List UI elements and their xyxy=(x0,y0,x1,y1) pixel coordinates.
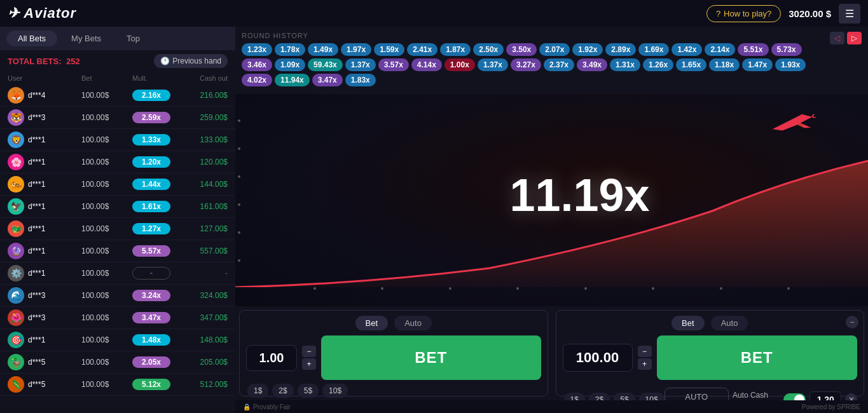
history-badge[interactable]: 3.49x xyxy=(577,58,607,71)
history-badge[interactable]: 1.59x xyxy=(374,43,404,56)
avatar: 🦎 xyxy=(8,376,24,393)
history-badge[interactable]: 1.37x xyxy=(478,58,508,71)
history-badge[interactable]: 1.83x xyxy=(345,74,376,86)
bet-tab-right-auto[interactable]: Auto xyxy=(711,316,748,330)
history-badge[interactable]: 3.50x xyxy=(506,43,537,56)
balance-display: 3020.00 $ xyxy=(789,8,831,19)
mult-badge: 1.33x xyxy=(132,134,170,146)
history-badge[interactable]: 3.57x xyxy=(378,58,409,71)
user-cell: 🦊 d***4 xyxy=(8,87,81,104)
tab-all-bets[interactable]: All Bets xyxy=(6,30,57,46)
section-close-button[interactable]: − xyxy=(846,316,858,328)
quick-5-left[interactable]: 5$ xyxy=(298,384,319,398)
bet-button-right[interactable]: BET xyxy=(657,335,858,380)
history-badge[interactable]: 4.02x xyxy=(242,74,272,86)
history-prev-button[interactable]: ◁ xyxy=(830,32,844,44)
cashout-cell: 133.00$ xyxy=(170,135,228,144)
history-badge[interactable]: 5.73x xyxy=(771,43,802,56)
avatar: 🌺 xyxy=(8,309,24,326)
quick-amounts-left: 1$ 2$ 5$ 10$ xyxy=(246,384,541,398)
stepper-minus-left[interactable]: − xyxy=(302,346,316,357)
game-area: 11.19x xyxy=(235,94,868,306)
table-row: 🔮 d***1 100.00$ 5.57x 557.00$ xyxy=(0,240,235,262)
history-badge[interactable]: 1.18x xyxy=(709,58,740,71)
history-badge[interactable]: 1.09x xyxy=(275,58,305,71)
history-badge[interactable]: 1.42x xyxy=(672,43,702,56)
stepper-plus-right[interactable]: + xyxy=(638,358,652,370)
history-badge[interactable]: 1.65x xyxy=(676,58,706,71)
table-row: 🐲 d***1 100.00$ 1.27x 127.00$ xyxy=(0,218,235,240)
mult-badge: 1.48x xyxy=(132,334,170,346)
quick-10-left[interactable]: 10$ xyxy=(322,384,348,398)
history-badge[interactable]: 1.97x xyxy=(341,43,371,56)
logo-text: ✈ Aviator xyxy=(8,5,76,21)
bet-tab-right-bet[interactable]: Bet xyxy=(672,316,705,330)
history-badge[interactable]: 3.46x xyxy=(242,58,272,71)
bet-amount-right: 100.00 xyxy=(563,344,633,372)
tab-top[interactable]: Top xyxy=(115,30,151,46)
history-controls: ◁ ▷ xyxy=(830,32,862,44)
history-badge[interactable]: 1.00x xyxy=(444,58,475,71)
user-cell: ⚙️ d***1 xyxy=(8,265,81,281)
history-badge[interactable]: 1.92x xyxy=(572,43,603,56)
how-to-play-button[interactable]: ? How to play? xyxy=(706,5,781,22)
user-cell: 🎯 d***1 xyxy=(8,332,81,348)
bet-amount-cell: 100.00$ xyxy=(81,335,132,344)
history-badge[interactable]: 1.49x xyxy=(308,43,338,56)
history-badge[interactable]: 2.14x xyxy=(705,43,735,56)
bet-tab-left-auto[interactable]: Auto xyxy=(394,316,432,330)
history-badge[interactable]: 5.51x xyxy=(738,43,768,56)
table-row: 🦎 d***5 100.00$ 5.12x 512.00$ xyxy=(0,374,235,396)
history-badge[interactable]: 1.78x xyxy=(275,43,305,56)
history-badge[interactable]: 2.37x xyxy=(544,58,574,71)
history-badge[interactable]: 1.69x xyxy=(638,43,669,56)
quick-1-left[interactable]: 1$ xyxy=(247,384,268,398)
table-row: 🦆 d***5 100.00$ 2.05x 205.00$ xyxy=(0,351,235,374)
history-next-button[interactable]: ▷ xyxy=(847,32,862,44)
history-badge[interactable]: 2.07x xyxy=(539,43,570,56)
svg-line-22 xyxy=(812,116,815,118)
user-cell: 🦆 d***5 xyxy=(8,354,81,370)
user-cell: 🔮 d***1 xyxy=(8,243,81,259)
hamburger-button[interactable]: ☰ xyxy=(839,4,860,24)
history-badge[interactable]: 1.87x xyxy=(440,43,471,56)
history-badge[interactable]: 2.89x xyxy=(605,43,636,56)
quick-2-left[interactable]: 2$ xyxy=(272,384,293,398)
history-badge[interactable]: 1.47x xyxy=(742,58,773,71)
history-badge[interactable]: 59.43x xyxy=(308,58,343,71)
avatar: 🐲 xyxy=(8,220,24,237)
history-badge[interactable]: 2.41x xyxy=(407,43,437,56)
multiplier-display: 11.19x xyxy=(509,169,649,221)
stepper-plus-left[interactable]: + xyxy=(302,358,316,370)
avatar: 🦁 xyxy=(8,132,24,148)
history-badge[interactable]: 1.23x xyxy=(242,43,272,56)
history-badge[interactable]: 2.50x xyxy=(473,43,504,56)
avatar: 🦊 xyxy=(8,87,24,104)
history-badge[interactable]: 11.94x xyxy=(275,74,310,86)
left-panel: All Bets My Bets Top TOTAL BETS: 252 🕐 P… xyxy=(0,27,235,413)
username: d***3 xyxy=(28,313,45,322)
history-badge[interactable]: 3.27x xyxy=(511,58,541,71)
bet-amount-cell: 100.00$ xyxy=(81,247,132,255)
bet-button-left[interactable]: BET xyxy=(321,335,541,380)
history-badge[interactable]: 1.93x xyxy=(775,58,806,71)
stepper-minus-right[interactable]: − xyxy=(638,346,652,357)
history-badge[interactable]: 1.37x xyxy=(345,58,376,71)
bets-list: 🦊 d***4 100.00$ 2.16x 216.00$ 🐯 d***3 10… xyxy=(0,85,235,413)
mult-badge: 5.57x xyxy=(132,245,170,257)
prev-hand-button[interactable]: 🕐 Previous hand xyxy=(154,54,228,68)
user-cell: 🦅 d***1 xyxy=(8,198,81,215)
stepper-right: − + xyxy=(638,346,652,370)
history-badge[interactable]: 1.31x xyxy=(610,58,640,71)
history-badge[interactable]: 1.26x xyxy=(643,58,673,71)
history-badge[interactable]: 4.14x xyxy=(411,58,442,71)
username: d***1 xyxy=(28,158,45,166)
x-axis-dots xyxy=(248,287,855,290)
history-badge[interactable]: 3.47x xyxy=(312,74,343,86)
tab-my-bets[interactable]: My Bets xyxy=(60,30,113,46)
avatar: 🦅 xyxy=(8,198,24,215)
avatar: 🦆 xyxy=(8,354,24,370)
bet-tab-left-bet[interactable]: Bet xyxy=(355,316,389,330)
round-history-title: ROUND HISTORY xyxy=(242,32,862,39)
total-bets-label: TOTAL BETS: 252 xyxy=(8,57,80,66)
